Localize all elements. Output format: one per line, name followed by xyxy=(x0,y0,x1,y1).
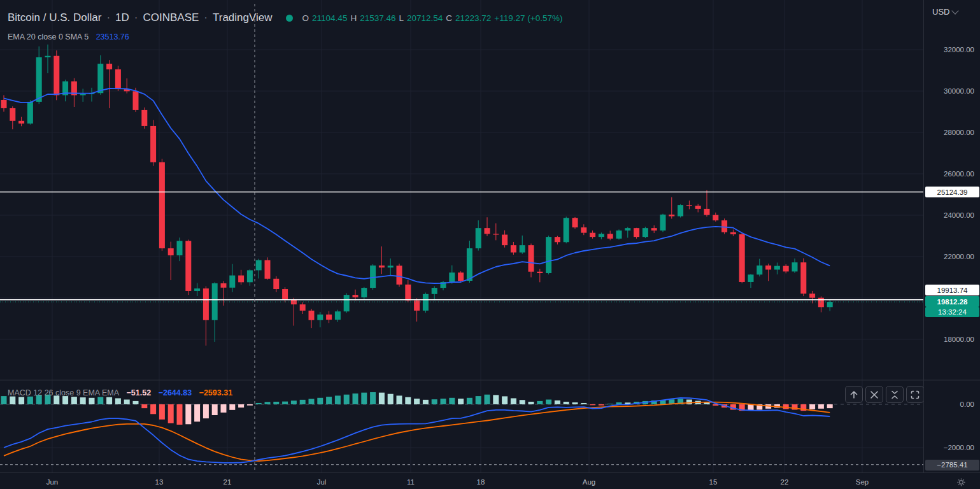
close-icon xyxy=(869,390,879,400)
move-pane-up-button[interactable] xyxy=(845,386,863,403)
time-tick-label: 21 xyxy=(224,478,232,486)
separator-dot: · xyxy=(204,11,208,24)
symbol-legend[interactable]: Bitcoin / U.S. Dollar · 1D · COINBASE · … xyxy=(8,11,562,24)
ema-indicator-value: 23513.76 xyxy=(96,32,129,41)
macd-tick-label: −2000.00 xyxy=(944,444,974,451)
time-tick-label: 18 xyxy=(477,478,485,486)
last-price-label: 19812.28 xyxy=(925,296,979,307)
data-ok-icon[interactable] xyxy=(286,15,293,22)
macd-indicator-legend[interactable]: MACD 12 26 close 9 EMA EMA −51.52 −2644.… xyxy=(8,388,238,397)
time-tick-label: Sep xyxy=(856,478,869,486)
interval-label[interactable]: 1D xyxy=(115,11,129,24)
price-tick-label: 24000.00 xyxy=(944,211,974,219)
open-value: 21104.45 xyxy=(312,13,347,23)
ema-indicator-legend[interactable]: EMA 20 close 0 SMA 5 23513.76 xyxy=(8,32,129,41)
time-tick-label: Aug xyxy=(583,478,595,486)
time-axis[interactable]: Jun1321Jul1118Aug1522Sep24 Jun '22 xyxy=(0,472,980,489)
collapse-pane-button[interactable] xyxy=(886,386,904,403)
open-label: O xyxy=(302,13,309,23)
price-tick-label: 30000.00 xyxy=(944,87,974,95)
high-label: H xyxy=(350,13,357,23)
macd-crosshair-label: −2785.41 xyxy=(925,460,979,471)
time-tick-label: 15 xyxy=(709,478,718,486)
high-value: 21537.46 xyxy=(360,13,395,23)
close-value: 21223.72 xyxy=(455,13,491,23)
maximize-icon xyxy=(910,390,920,400)
gear-icon[interactable] xyxy=(956,478,966,489)
collapse-icon xyxy=(890,390,900,400)
time-tick-label: Jun xyxy=(46,478,59,486)
price-tick-label: 26000.00 xyxy=(944,170,974,178)
macd-signal-value: −2593.31 xyxy=(199,388,232,397)
arrow-up-icon xyxy=(849,390,859,400)
macd-indicator-title[interactable]: MACD 12 26 close 9 EMA EMA xyxy=(8,388,119,397)
time-tick-label: 22 xyxy=(781,478,789,486)
chart-canvas[interactable] xyxy=(0,0,980,489)
macd-hist-value: −51.52 xyxy=(127,388,152,397)
ema-indicator-title[interactable]: EMA 20 close 0 SMA 5 xyxy=(8,32,89,41)
price-tick-label: 28000.00 xyxy=(944,129,974,136)
time-tick-label: 13 xyxy=(155,478,164,486)
separator-dot: · xyxy=(106,11,110,24)
price-tick-label: 18000.00 xyxy=(944,336,974,343)
remove-pane-button[interactable] xyxy=(865,386,883,403)
low-value: 20712.54 xyxy=(407,13,443,23)
price-tick-label: 32000.00 xyxy=(944,46,974,53)
macd-tick-label: 0.00 xyxy=(960,400,974,408)
time-tick-label: Jul xyxy=(317,478,327,486)
price-line-label: 19913.74 xyxy=(925,285,979,295)
countdown-label: 13:32:24 xyxy=(925,307,979,317)
change-value: +119.27 (+0.57%) xyxy=(494,13,562,23)
price-tick-label: 22000.00 xyxy=(944,253,974,260)
separator-dot: · xyxy=(134,11,138,24)
price-axis[interactable]: 32000.0030000.0028000.0026000.0024000.00… xyxy=(923,0,980,472)
macd-pane-toolbar xyxy=(845,386,924,403)
symbol-title[interactable]: Bitcoin / U.S. Dollar xyxy=(8,11,101,24)
tradingview-chart-window: Bitcoin / U.S. Dollar · 1D · COINBASE · … xyxy=(0,0,980,489)
time-tick-label: 11 xyxy=(407,478,415,486)
maximize-pane-button[interactable] xyxy=(906,386,924,403)
close-label: C xyxy=(446,13,452,23)
low-label: L xyxy=(399,13,404,23)
macd-line-value: −2644.83 xyxy=(159,388,192,397)
brand-label: TradingView xyxy=(213,11,273,24)
exchange-label[interactable]: COINBASE xyxy=(143,11,199,24)
ohlc-readout: O21104.45 H21537.46 L20712.54 C21223.72 … xyxy=(302,13,563,23)
price-line-label: 25124.39 xyxy=(925,187,979,197)
